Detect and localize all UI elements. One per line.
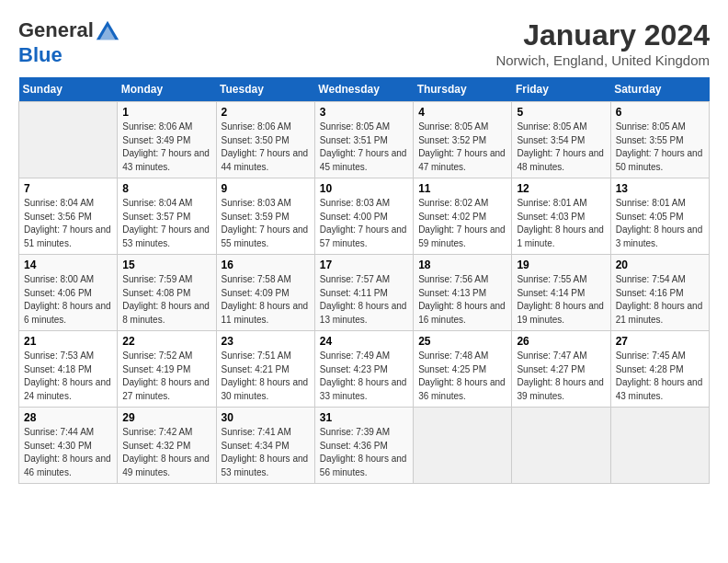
- day-number: 27: [616, 335, 704, 348]
- calendar-cell: 27Sunrise: 7:45 AMSunset: 4:28 PMDayligh…: [610, 331, 709, 408]
- day-number: 25: [418, 335, 506, 348]
- calendar-cell: 20Sunrise: 7:54 AMSunset: 4:16 PMDayligh…: [610, 255, 709, 331]
- calendar-cell: 29Sunrise: 7:42 AMSunset: 4:32 PMDayligh…: [118, 408, 216, 484]
- calendar-header-row: SundayMondayTuesdayWednesdayThursdayFrid…: [19, 77, 710, 102]
- day-info: Sunrise: 7:41 AMSunset: 4:34 PMDaylight:…: [222, 426, 310, 479]
- month-title: January 2024: [495, 18, 710, 52]
- calendar-cell: 11Sunrise: 8:02 AMSunset: 4:02 PMDayligh…: [414, 178, 512, 255]
- day-info: Sunrise: 8:01 AMSunset: 4:03 PMDaylight:…: [517, 197, 605, 250]
- calendar-cell: [512, 408, 610, 484]
- weekday-header-friday: Friday: [512, 77, 610, 102]
- day-number: 2: [222, 106, 310, 119]
- day-number: 3: [320, 106, 408, 119]
- weekday-header-saturday: Saturday: [610, 77, 709, 102]
- calendar-week-row: 14Sunrise: 8:00 AMSunset: 4:06 PMDayligh…: [19, 255, 710, 331]
- day-number: 11: [418, 182, 506, 195]
- day-number: 18: [418, 259, 506, 271]
- day-number: 22: [122, 335, 210, 348]
- day-info: Sunrise: 8:06 AMSunset: 3:49 PMDaylight:…: [122, 121, 210, 174]
- calendar-cell: 14Sunrise: 8:00 AMSunset: 4:06 PMDayligh…: [19, 255, 118, 331]
- day-info: Sunrise: 7:39 AMSunset: 4:36 PMDaylight:…: [320, 426, 408, 479]
- day-number: 15: [122, 259, 210, 271]
- calendar-cell: 22Sunrise: 7:52 AMSunset: 4:19 PMDayligh…: [118, 331, 216, 408]
- day-info: Sunrise: 8:03 AMSunset: 3:59 PMDaylight:…: [222, 197, 310, 250]
- logo-icon: [95, 18, 120, 44]
- day-info: Sunrise: 7:51 AMSunset: 4:21 PMDaylight:…: [222, 350, 310, 403]
- logo-general-text: General: [18, 18, 94, 41]
- location-subtitle: Norwich, England, United Kingdom: [495, 52, 710, 68]
- day-number: 4: [418, 106, 506, 119]
- day-info: Sunrise: 8:05 AMSunset: 3:52 PMDaylight:…: [418, 121, 506, 174]
- day-info: Sunrise: 7:45 AMSunset: 4:28 PMDaylight:…: [616, 350, 704, 403]
- calendar-cell: 23Sunrise: 7:51 AMSunset: 4:21 PMDayligh…: [216, 331, 314, 408]
- day-info: Sunrise: 7:44 AMSunset: 4:30 PMDaylight:…: [24, 426, 112, 479]
- calendar-week-row: 1Sunrise: 8:06 AMSunset: 3:49 PMDaylight…: [19, 102, 710, 178]
- calendar-cell: 13Sunrise: 8:01 AMSunset: 4:05 PMDayligh…: [610, 178, 709, 255]
- day-number: 24: [320, 335, 408, 348]
- calendar-cell: 10Sunrise: 8:03 AMSunset: 4:00 PMDayligh…: [314, 178, 413, 255]
- calendar-cell: 3Sunrise: 8:05 AMSunset: 3:51 PMDaylight…: [314, 102, 413, 178]
- day-info: Sunrise: 8:01 AMSunset: 4:05 PMDaylight:…: [616, 197, 704, 250]
- day-number: 26: [517, 335, 605, 348]
- day-info: Sunrise: 7:57 AMSunset: 4:11 PMDaylight:…: [320, 273, 408, 327]
- day-info: Sunrise: 7:56 AMSunset: 4:13 PMDaylight:…: [418, 273, 506, 327]
- calendar-cell: [414, 408, 512, 484]
- day-number: 23: [222, 335, 310, 348]
- calendar-cell: 15Sunrise: 7:59 AMSunset: 4:08 PMDayligh…: [118, 255, 216, 331]
- day-info: Sunrise: 7:59 AMSunset: 4:08 PMDaylight:…: [122, 273, 210, 327]
- logo-blue-text: Blue: [18, 43, 63, 66]
- calendar-cell: [610, 408, 709, 484]
- day-info: Sunrise: 7:48 AMSunset: 4:25 PMDaylight:…: [418, 350, 506, 403]
- day-info: Sunrise: 8:05 AMSunset: 3:55 PMDaylight:…: [616, 121, 704, 174]
- day-number: 28: [24, 411, 112, 424]
- calendar-cell: 28Sunrise: 7:44 AMSunset: 4:30 PMDayligh…: [19, 408, 118, 484]
- calendar-cell: 18Sunrise: 7:56 AMSunset: 4:13 PMDayligh…: [414, 255, 512, 331]
- weekday-header-wednesday: Wednesday: [314, 77, 413, 102]
- calendar-cell: 30Sunrise: 7:41 AMSunset: 4:34 PMDayligh…: [216, 408, 314, 484]
- day-info: Sunrise: 7:49 AMSunset: 4:23 PMDaylight:…: [320, 350, 408, 403]
- calendar-cell: 9Sunrise: 8:03 AMSunset: 3:59 PMDaylight…: [216, 178, 314, 255]
- day-number: 12: [517, 182, 605, 195]
- calendar-cell: 16Sunrise: 7:58 AMSunset: 4:09 PMDayligh…: [216, 255, 314, 331]
- weekday-header-thursday: Thursday: [414, 77, 512, 102]
- day-info: Sunrise: 8:05 AMSunset: 3:54 PMDaylight:…: [517, 121, 605, 174]
- day-number: 10: [320, 182, 408, 195]
- calendar-week-row: 28Sunrise: 7:44 AMSunset: 4:30 PMDayligh…: [19, 408, 710, 484]
- calendar-cell: 21Sunrise: 7:53 AMSunset: 4:18 PMDayligh…: [19, 331, 118, 408]
- calendar-cell: 7Sunrise: 8:04 AMSunset: 3:56 PMDaylight…: [19, 178, 118, 255]
- day-info: Sunrise: 8:04 AMSunset: 3:56 PMDaylight:…: [24, 197, 112, 250]
- day-number: 7: [24, 182, 112, 195]
- day-number: 6: [616, 106, 704, 119]
- calendar-cell: 4Sunrise: 8:05 AMSunset: 3:52 PMDaylight…: [414, 102, 512, 178]
- calendar-cell: 26Sunrise: 7:47 AMSunset: 4:27 PMDayligh…: [512, 331, 610, 408]
- calendar-cell: 1Sunrise: 8:06 AMSunset: 3:49 PMDaylight…: [118, 102, 216, 178]
- day-info: Sunrise: 8:04 AMSunset: 3:57 PMDaylight:…: [122, 197, 210, 250]
- day-info: Sunrise: 8:00 AMSunset: 4:06 PMDaylight:…: [24, 273, 112, 327]
- day-info: Sunrise: 7:55 AMSunset: 4:14 PMDaylight:…: [517, 273, 605, 327]
- day-number: 8: [122, 182, 210, 195]
- day-number: 21: [24, 335, 112, 348]
- calendar-cell: 31Sunrise: 7:39 AMSunset: 4:36 PMDayligh…: [314, 408, 413, 484]
- calendar-cell: 8Sunrise: 8:04 AMSunset: 3:57 PMDaylight…: [118, 178, 216, 255]
- calendar-cell: [19, 102, 118, 178]
- day-number: 5: [517, 106, 605, 119]
- title-block: January 2024 Norwich, England, United Ki…: [495, 18, 710, 68]
- calendar-cell: 2Sunrise: 8:06 AMSunset: 3:50 PMDaylight…: [216, 102, 314, 178]
- day-number: 14: [24, 259, 112, 271]
- day-info: Sunrise: 7:52 AMSunset: 4:19 PMDaylight:…: [122, 350, 210, 403]
- calendar-week-row: 7Sunrise: 8:04 AMSunset: 3:56 PMDaylight…: [19, 178, 710, 255]
- day-number: 13: [616, 182, 704, 195]
- day-number: 19: [517, 259, 605, 271]
- day-info: Sunrise: 8:02 AMSunset: 4:02 PMDaylight:…: [418, 197, 506, 250]
- calendar-cell: 25Sunrise: 7:48 AMSunset: 4:25 PMDayligh…: [414, 331, 512, 408]
- day-info: Sunrise: 7:54 AMSunset: 4:16 PMDaylight:…: [616, 273, 704, 327]
- day-info: Sunrise: 7:47 AMSunset: 4:27 PMDaylight:…: [517, 350, 605, 403]
- calendar-cell: 19Sunrise: 7:55 AMSunset: 4:14 PMDayligh…: [512, 255, 610, 331]
- day-number: 29: [122, 411, 210, 424]
- day-number: 9: [222, 182, 310, 195]
- calendar-cell: 5Sunrise: 8:05 AMSunset: 3:54 PMDaylight…: [512, 102, 610, 178]
- day-number: 1: [122, 106, 210, 119]
- calendar-cell: 17Sunrise: 7:57 AMSunset: 4:11 PMDayligh…: [314, 255, 413, 331]
- day-number: 17: [320, 259, 408, 271]
- day-info: Sunrise: 8:05 AMSunset: 3:51 PMDaylight:…: [320, 121, 408, 174]
